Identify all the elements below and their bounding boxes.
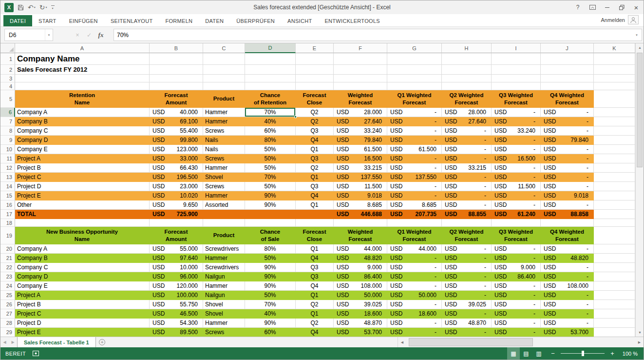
cell-H8[interactable]: USD- xyxy=(442,126,492,136)
cell-C28[interactable]: Hammer xyxy=(203,319,245,328)
cell-A27[interactable]: Project C xyxy=(15,309,150,319)
cell-G24[interactable]: USD- xyxy=(387,281,442,291)
ribbon-tab-start[interactable]: START xyxy=(32,15,63,26)
column-header-E[interactable]: E xyxy=(296,43,334,53)
cell-C17[interactable] xyxy=(203,210,245,219)
name-box[interactable]: D6 ▼ xyxy=(4,29,53,41)
cell-K12[interactable] xyxy=(594,163,635,173)
cell-G27[interactable]: USD18.600 xyxy=(387,309,442,319)
cell-I13[interactable]: USD- xyxy=(492,173,541,182)
cell-D15[interactable]: 90% xyxy=(245,191,296,200)
cell-C6[interactable]: Hammer xyxy=(203,108,245,117)
cell-A28[interactable]: Project D xyxy=(15,319,150,328)
vertical-scroll-thumb[interactable] xyxy=(637,53,643,167)
ribbon-display-options-button[interactable] xyxy=(585,0,600,14)
cell-H7[interactable]: USD27.640 xyxy=(442,117,492,126)
cell-F9[interactable]: USD79.840 xyxy=(334,136,387,145)
new-sheet-button[interactable]: + xyxy=(96,337,109,347)
cell-K5[interactable] xyxy=(594,90,635,108)
ribbon-tab-überprüfen[interactable]: ÜBERPRÜFEN xyxy=(230,15,281,26)
cell-F23[interactable]: USD86.400 xyxy=(334,272,387,281)
cell-H25[interactable]: USD- xyxy=(442,291,492,300)
sheet-nav-right-icon[interactable]: ▶ xyxy=(9,337,17,347)
cell-G26[interactable]: USD- xyxy=(387,300,442,309)
cell-D24[interactable]: 90% xyxy=(245,281,296,291)
row-header-18[interactable]: 18 xyxy=(0,219,15,227)
cell-D11[interactable]: 50% xyxy=(245,154,296,163)
cell-H28[interactable]: USD48.870 xyxy=(442,319,492,328)
cell-C5[interactable]: Product xyxy=(203,90,245,108)
cell-G13[interactable]: USD137.550 xyxy=(387,173,442,182)
cell-A29[interactable]: Project E xyxy=(15,328,150,337)
cell-C20[interactable]: Screwdrivers xyxy=(203,244,245,254)
column-header-H[interactable]: H xyxy=(442,43,492,53)
sheet-nav-left-icon[interactable]: ◀ xyxy=(0,337,9,347)
cell-I21[interactable]: USD- xyxy=(492,254,541,263)
normal-view-button[interactable]: ▦ xyxy=(507,347,520,360)
cell-D20[interactable]: 80% xyxy=(245,244,296,254)
cell-B23[interactable]: USD96.000 xyxy=(150,272,203,281)
cell-K3[interactable] xyxy=(594,75,635,82)
cell-K20[interactable] xyxy=(594,244,635,254)
row-header-7[interactable]: 7 xyxy=(0,117,15,126)
cell-J8[interactable]: USD- xyxy=(541,126,594,136)
cell-D25[interactable]: 50% xyxy=(245,291,296,300)
cell-C29[interactable]: Screws xyxy=(203,328,245,337)
cancel-icon[interactable]: × xyxy=(72,32,83,39)
cell-E17[interactable] xyxy=(296,210,334,219)
cell-J23[interactable]: USD- xyxy=(541,272,594,281)
cell-J19[interactable]: Q4 Weighted Forecast xyxy=(541,227,594,244)
cell-A1[interactable]: Company Name xyxy=(15,53,150,65)
cell-A19[interactable]: New Business Opportunity Name xyxy=(15,227,150,244)
minimize-button[interactable] xyxy=(600,0,614,14)
cell-C12[interactable]: Hammer xyxy=(203,163,245,173)
cell-K28[interactable] xyxy=(594,319,635,328)
cell-H5[interactable]: Q2 Weighted Forecast xyxy=(442,90,492,108)
cell-D28[interactable]: 90% xyxy=(245,319,296,328)
row-header-16[interactable]: 16 xyxy=(0,200,15,210)
cell-I23[interactable]: USD86.400 xyxy=(492,272,541,281)
cell-A6[interactable]: Company A xyxy=(15,108,150,117)
cell-K26[interactable] xyxy=(594,300,635,309)
cell-B14[interactable]: USD23.000 xyxy=(150,182,203,191)
cell-G19[interactable]: Q1 Weighted Forecast xyxy=(387,227,442,244)
cell-D3[interactable] xyxy=(245,75,296,82)
cell-I22[interactable]: USD9.000 xyxy=(492,263,541,272)
sign-in-button[interactable]: Anmelden xyxy=(601,15,639,26)
cell-K7[interactable] xyxy=(594,117,635,126)
cell-E15[interactable]: Q4 xyxy=(296,191,334,200)
cell-J13[interactable]: USD- xyxy=(541,173,594,182)
close-button[interactable]: × xyxy=(629,0,644,14)
cell-I4[interactable] xyxy=(492,82,541,90)
cell-F26[interactable]: USD39.025 xyxy=(334,300,387,309)
cell-H15[interactable]: USD- xyxy=(442,191,492,200)
ribbon-tab-ansicht[interactable]: ANSICHT xyxy=(281,15,318,26)
cell-A12[interactable]: Project B xyxy=(15,163,150,173)
cell-D12[interactable]: 50% xyxy=(245,163,296,173)
cell-J4[interactable] xyxy=(541,82,594,90)
cell-B17[interactable]: USD725.900 xyxy=(150,210,203,219)
cell-H22[interactable]: USD- xyxy=(442,263,492,272)
cell-F25[interactable]: USD50.000 xyxy=(334,291,387,300)
cell-H11[interactable]: USD- xyxy=(442,154,492,163)
cell-F12[interactable]: USD33.215 xyxy=(334,163,387,173)
cell-I19[interactable]: Q3 Weighted Forecast xyxy=(492,227,541,244)
row-header-10[interactable]: 10 xyxy=(0,145,15,154)
cell-H20[interactable]: USD- xyxy=(442,244,492,254)
cell-G20[interactable]: USD44.000 xyxy=(387,244,442,254)
cell-J25[interactable]: USD- xyxy=(541,291,594,300)
ribbon-tab-einfügen[interactable]: EINFÜGEN xyxy=(63,15,104,26)
cell-D8[interactable]: 60% xyxy=(245,126,296,136)
cell-K18[interactable] xyxy=(594,219,635,227)
cell-C26[interactable]: Shovel xyxy=(203,300,245,309)
cell-I14[interactable]: USD11.500 xyxy=(492,182,541,191)
cell-A26[interactable]: Project B xyxy=(15,300,150,309)
cell-H12[interactable]: USD33.215 xyxy=(442,163,492,173)
cell-H3[interactable] xyxy=(442,75,492,82)
cell-E14[interactable]: Q3 xyxy=(296,182,334,191)
cell-F15[interactable]: USD9.018 xyxy=(334,191,387,200)
cell-J1[interactable] xyxy=(541,53,594,65)
cell-A21[interactable]: Company B xyxy=(15,254,150,263)
cell-E18[interactable] xyxy=(296,219,334,227)
cell-B1[interactable] xyxy=(150,53,203,65)
